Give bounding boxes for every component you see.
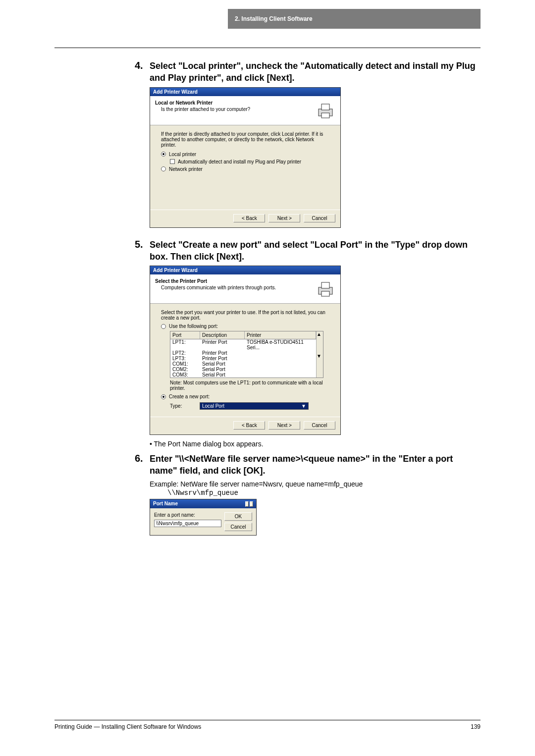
- checkbox-icon: [170, 159, 175, 164]
- port-note: Note: Most computers use the LPT1: port …: [170, 380, 329, 391]
- top-rule: [54, 48, 481, 48]
- wizard-printer-port: Add Printer Wizard Select the Printer Po…: [150, 266, 341, 435]
- wizard-description: If the printer is directly attached to y…: [161, 131, 329, 148]
- wizard-subtext: Computers communicate with printers thro…: [161, 285, 316, 290]
- wizard-heading: Select the Printer Port: [155, 278, 316, 284]
- radio-dot-icon: [161, 152, 166, 157]
- wizard-subtext: Is the printer attached to your computer…: [161, 107, 316, 112]
- radio-label: Use the following port:: [169, 324, 218, 329]
- col-header-port: Port: [170, 331, 200, 339]
- port-name-dialog: Port Name ? × Enter a port name: \\Nwsrv…: [150, 499, 257, 536]
- checkbox-auto-detect[interactable]: Automatically detect and install my Plug…: [170, 159, 329, 164]
- radio-label: Network printer: [169, 166, 203, 172]
- step-number: 5.: [135, 239, 150, 250]
- step-number: 4.: [135, 60, 150, 71]
- next-button[interactable]: Next >: [268, 214, 300, 222]
- col-header-printer: Printer: [245, 331, 316, 339]
- radio-network-printer[interactable]: Network printer: [161, 166, 329, 172]
- radio-label: Create a new port:: [169, 394, 210, 399]
- wizard-titlebar: Add Printer Wizard: [150, 88, 340, 96]
- svg-rect-5: [321, 291, 329, 296]
- footer-left: Printing Guide — Installing Client Softw…: [54, 723, 201, 730]
- ok-button[interactable]: OK: [224, 512, 252, 521]
- page-footer: Printing Guide — Installing Client Softw…: [54, 720, 481, 730]
- back-button[interactable]: < Back: [233, 421, 265, 430]
- step-instruction: Select "Local printer", uncheck the "Aut…: [150, 60, 481, 84]
- chevron-down-icon: ▼: [301, 403, 306, 409]
- svg-rect-4: [321, 282, 329, 288]
- step-instruction: Select "Create a new port" and select "L…: [150, 239, 481, 263]
- cancel-button[interactable]: Cancel: [304, 421, 335, 430]
- radio-create-port[interactable]: Create a new port:: [161, 394, 329, 399]
- step-number: 6.: [135, 453, 150, 464]
- radio-dot-icon: [161, 394, 166, 399]
- radio-dot-icon: [161, 324, 166, 329]
- chapter-header: 2. Installing Client Software: [228, 9, 481, 29]
- table-row[interactable]: LPT3:Printer Port: [170, 356, 316, 361]
- printer-icon: [316, 278, 335, 298]
- port-table: Port Description Printer LPT1:Printer Po…: [170, 331, 323, 378]
- wizard-local-network: Add Printer Wizard Local or Network Prin…: [150, 87, 341, 228]
- table-row[interactable]: LPT1:Printer PortTOSHIBA e-STUDIO4511 Se…: [170, 339, 316, 350]
- table-row[interactable]: COM3:Serial Port: [170, 372, 316, 378]
- step-bullet: The Port Name dialog box appears.: [150, 440, 481, 448]
- footer-page-number: 139: [471, 723, 481, 730]
- wizard-description: Select the port you want your printer to…: [161, 310, 329, 321]
- wizard-titlebar: Add Printer Wizard: [150, 266, 340, 274]
- example-path: \\Nwsrv\mfp_queue: [167, 489, 481, 497]
- port-name-label: Enter a port name:: [154, 512, 222, 518]
- type-value: Local Port: [202, 403, 224, 409]
- step-5: 5. Select "Create a new port" and select…: [135, 239, 481, 448]
- help-icon[interactable]: ?: [245, 501, 249, 507]
- table-row[interactable]: COM1:Serial Port: [170, 361, 316, 367]
- svg-rect-2: [321, 113, 329, 118]
- cancel-button[interactable]: Cancel: [304, 214, 335, 222]
- scrollbar[interactable]: ▲▼: [316, 331, 323, 378]
- next-button[interactable]: Next >: [268, 421, 300, 430]
- table-row[interactable]: LPT2:Printer Port: [170, 350, 316, 356]
- back-button[interactable]: < Back: [233, 214, 265, 222]
- step-instruction: Enter "\\<NetWare file server name>\<que…: [150, 453, 481, 477]
- table-row[interactable]: COM2:Serial Port: [170, 367, 316, 372]
- wizard-heading: Local or Network Printer: [155, 100, 316, 106]
- svg-rect-1: [321, 104, 329, 110]
- close-icon[interactable]: ×: [250, 501, 253, 507]
- example-text: Example: NetWare file server name=Nwsrv,…: [150, 480, 481, 488]
- radio-use-port[interactable]: Use the following port:: [161, 324, 329, 329]
- col-header-desc: Description: [200, 331, 245, 339]
- radio-local-printer[interactable]: Local printer: [161, 152, 329, 157]
- dialog-title: Port Name: [153, 501, 178, 507]
- port-name-input[interactable]: \\Nwsrv\mfp_queue: [154, 520, 221, 527]
- radio-label: Local printer: [169, 152, 196, 157]
- step-4: 4. Select "Local printer", uncheck the "…: [135, 60, 481, 228]
- printer-icon: [316, 100, 335, 120]
- type-label: Type:: [170, 403, 200, 409]
- cancel-button[interactable]: Cancel: [224, 523, 252, 531]
- type-dropdown[interactable]: Local Port ▼: [200, 402, 309, 410]
- radio-dot-icon: [161, 166, 166, 171]
- checkbox-label: Automatically detect and install my Plug…: [178, 159, 301, 164]
- step-6: 6. Enter "\\<NetWare file server name>\<…: [135, 453, 481, 536]
- chapter-title: 2. Installing Client Software: [235, 15, 313, 22]
